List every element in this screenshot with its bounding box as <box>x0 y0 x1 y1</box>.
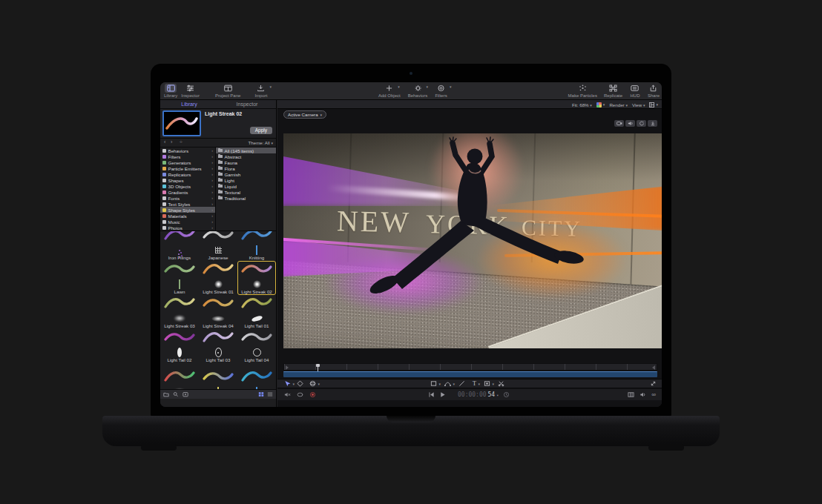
folder-item-fauna[interactable]: Fauna <box>216 159 276 165</box>
thumbnail-light-streak-04[interactable]: Light Streak 04 <box>199 295 237 329</box>
folder-item-abstract[interactable]: Abstract <box>216 153 276 159</box>
play-button[interactable] <box>439 391 446 398</box>
loop-playback-icon[interactable] <box>297 391 303 398</box>
timecode-display[interactable]: 00:00:00 54 <box>458 391 499 398</box>
adjust-3d-tool[interactable] <box>309 380 316 387</box>
thumbnail-partial-14[interactable] <box>237 363 276 389</box>
mask-tool[interactable] <box>484 380 490 387</box>
download-toggle-button[interactable] <box>648 120 657 127</box>
sidebar-item-generators[interactable]: Generators <box>160 159 215 165</box>
thumbnail-light-tail-03[interactable]: Light Tail 03 <box>199 329 237 363</box>
sidebar-item-materials[interactable]: Materials <box>160 213 215 219</box>
active-camera-dropdown[interactable]: Active Camera <box>283 110 326 119</box>
behaviors-button[interactable]: Behaviors <box>408 84 428 98</box>
thumbnail-knitting[interactable]: Knitting <box>237 231 276 261</box>
share-button[interactable]: Share <box>648 84 660 98</box>
sidebar-item-particle-emitters[interactable]: Particle Emitters <box>160 165 215 171</box>
camera-toggle-button[interactable] <box>614 120 624 127</box>
folder-item-textural[interactable]: Textural <box>216 189 276 195</box>
thumbnail-light-tail-04[interactable]: Light Tail 04 <box>237 329 276 363</box>
sidebar-item-3d-objects[interactable]: 3D Objects <box>160 183 215 189</box>
thumbnail-light-streak-03[interactable]: Light Streak 03 <box>160 295 199 329</box>
forward-arrow-icon[interactable] <box>171 139 172 145</box>
thumbnail-light-tail-02[interactable]: Light Tail 02 <box>160 329 199 363</box>
hud-button[interactable]: HUD <box>629 84 641 98</box>
grid-view-icon[interactable] <box>258 391 264 397</box>
view-dropdown[interactable]: View <box>632 102 645 107</box>
timeline-ruler[interactable] <box>283 363 657 371</box>
keyframe-panel-icon[interactable] <box>628 391 634 398</box>
thumbnail-light-streak-02[interactable]: Light Streak 02 <box>237 261 276 295</box>
apply-button[interactable]: Apply <box>250 127 272 134</box>
sidebar-item-shape-styles[interactable]: Shape Styles <box>160 207 215 213</box>
folder-item-light[interactable]: Light <box>216 177 276 183</box>
sidebar-item-text-styles[interactable]: Text Styles <box>160 201 215 207</box>
folder-item-garnish[interactable]: Garnish <box>216 171 276 177</box>
thumbnail-iron-filings[interactable]: Iron Filings <box>160 231 199 261</box>
replicate-button[interactable]: Replicate <box>604 84 622 98</box>
audio-toggle-button[interactable] <box>625 120 635 127</box>
playhead-line[interactable] <box>318 364 318 371</box>
inspector-button[interactable]: Inspector <box>181 84 200 98</box>
thumbnail-japanese[interactable]: Japanese <box>199 231 237 261</box>
pan-zoom-tool[interactable] <box>650 380 657 387</box>
thumbnail-lawn[interactable]: Lawn <box>160 261 199 295</box>
sidebar-item-behaviors[interactable]: Behaviors <box>160 147 215 153</box>
scale-stepper-icon[interactable] <box>180 139 183 145</box>
sidebar-item-photos[interactable]: Photos <box>160 225 215 231</box>
render-dropdown[interactable]: Render <box>609 102 628 107</box>
new-folder-icon[interactable] <box>183 391 188 397</box>
tab-library[interactable]: Library <box>160 100 218 108</box>
sidebar-item-shapes[interactable]: Shapes <box>160 177 215 183</box>
theme-filter-dropdown[interactable]: Theme: All <box>249 140 273 145</box>
link-infinity-icon[interactable]: ∞ <box>651 391 656 398</box>
make-particles-button[interactable]: Make Particles <box>568 84 597 98</box>
out-point-marker[interactable] <box>652 365 655 370</box>
thumbnail-light-streak-01[interactable]: Light Streak 01 <box>199 261 237 295</box>
previous-frame-button[interactable] <box>428 391 435 398</box>
project-pane-button[interactable]: Project Pane <box>215 84 240 98</box>
canvas-photo[interactable]: NEWYORKCITY <box>283 133 662 348</box>
library-button[interactable]: Library <box>164 84 177 98</box>
audio-panel-icon[interactable] <box>639 391 646 398</box>
category-color-icon <box>162 185 166 188</box>
folder-icon[interactable] <box>163 391 169 397</box>
sidebar-item-fonts[interactable]: Fonts <box>160 195 215 201</box>
filters-button[interactable]: Filters <box>435 84 447 98</box>
thumbnail-partial-13[interactable] <box>199 363 237 389</box>
rectangle-tool[interactable] <box>430 380 437 387</box>
list-view-icon[interactable] <box>267 391 273 397</box>
preview-thumbnail[interactable] <box>162 110 201 136</box>
sidebar-item-replicators[interactable]: Replicators <box>160 171 215 177</box>
grid-scroll-area[interactable]: Iron Filings Japanese Knitting Lawn Ligh… <box>160 231 276 389</box>
thumbnail-partial-12[interactable] <box>160 363 199 389</box>
line-tool[interactable] <box>458 380 465 387</box>
refresh-toggle-button[interactable] <box>637 120 646 127</box>
folder-item-liquid[interactable]: Liquid <box>216 183 276 189</box>
tab-inspector[interactable]: Inspector <box>218 100 276 108</box>
timeline-group-track[interactable]: Group <box>283 371 657 377</box>
text-tool[interactable]: T <box>473 380 476 387</box>
mute-icon[interactable] <box>284 391 291 398</box>
layout-dropdown[interactable] <box>649 102 658 107</box>
sidebar-item-filters[interactable]: Filters <box>160 153 215 159</box>
record-button[interactable] <box>309 391 316 398</box>
search-icon[interactable] <box>173 391 179 397</box>
channels-dropdown[interactable] <box>596 102 605 107</box>
in-point-marker[interactable] <box>286 365 289 370</box>
add-object-button[interactable]: Add Object <box>378 84 401 98</box>
fit-zoom-dropdown[interactable]: Fit: 68% <box>572 102 592 107</box>
thumbnail-light-tail-01[interactable]: Light Tail 01 <box>237 295 276 329</box>
sidebar-item-music[interactable]: Music <box>160 219 215 225</box>
select-transform-tool[interactable] <box>284 380 291 387</box>
cut-tool[interactable] <box>498 380 504 387</box>
folder-item-flora[interactable]: Flora <box>216 165 276 171</box>
sidebar-item-gradients[interactable]: Gradients <box>160 189 215 195</box>
back-arrow-icon[interactable] <box>164 139 165 145</box>
import-button[interactable]: Import <box>254 84 267 98</box>
adjust-anchor-tool[interactable] <box>297 380 303 387</box>
folder-item-all-145-items[interactable]: All (145 items) <box>216 147 276 153</box>
bezier-tool[interactable] <box>444 380 451 387</box>
folder-item-traditional[interactable]: Traditional <box>216 195 276 201</box>
vline-green-dab-icon <box>179 279 180 289</box>
